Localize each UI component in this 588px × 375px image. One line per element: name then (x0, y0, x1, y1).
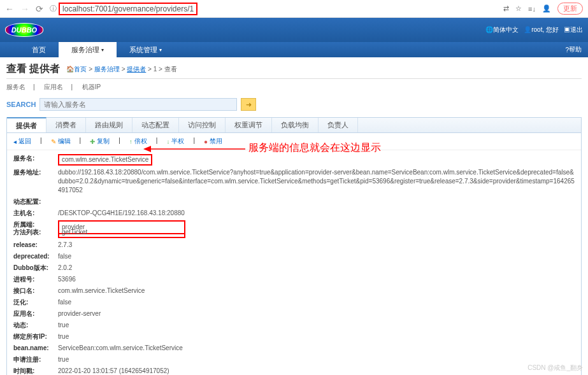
url-text: localhost:7001/governance/providers/1 (59, 3, 197, 15)
nav-system[interactable]: 系统管理▾ (117, 42, 175, 57)
star-icon[interactable]: ☆ (515, 4, 522, 13)
filter-app[interactable]: 应用名 (44, 83, 63, 90)
panel: 提供者 消费者 路由规则 动态配置 访问控制 权重调节 负载均衡 负责人 ◂返回… (6, 117, 582, 375)
reader-icon[interactable]: ≡↓ (528, 5, 536, 13)
tab-weight[interactable]: 权重调节 (226, 118, 272, 132)
annotation-text: 服务端的信息就会在这边显示 (248, 141, 381, 155)
browser-bar: ← → ⟳ ⓘ localhost:7001/governance/provid… (0, 0, 588, 18)
translate-icon[interactable]: ⇄ (503, 4, 509, 13)
search-input[interactable] (39, 98, 237, 111)
tab-consumer[interactable]: 消费者 (47, 118, 86, 132)
nav-service[interactable]: 服务治理▾ (59, 42, 117, 57)
search-row: SEARCH ➜ (6, 96, 582, 117)
action-edit[interactable]: ✎编辑 (51, 137, 71, 146)
chevron-down-icon: ▾ (159, 47, 162, 53)
val-interface: com.wlm.service.TicketService (58, 287, 575, 295)
val-app: provider-server (58, 309, 575, 318)
val-bindip: true (58, 332, 575, 341)
lang-switch[interactable]: 🌐简体中文 (485, 25, 519, 34)
lbl-service: 服务名: (13, 154, 58, 166)
val-dynamic: true (58, 321, 575, 330)
crumb-id: 1 (154, 66, 157, 73)
tab-route[interactable]: 路由规则 (86, 118, 133, 132)
val-time: 2022-01-20 13:01:57 (1642654917052) (58, 367, 575, 375)
back-icon[interactable]: ← (5, 4, 14, 14)
lbl-dyncfg: 动态配置: (13, 197, 58, 206)
lbl-pid: 进程号: (13, 275, 58, 284)
lbl-generic: 泛化: (13, 298, 58, 307)
forward-icon[interactable]: → (20, 4, 29, 14)
crumb-prov[interactable]: 提供者 (127, 66, 146, 73)
lbl-bean: bean.name: (13, 344, 58, 353)
lbl-release: release: (13, 241, 58, 250)
page-header: 查看 提供者 🏠首页 > 服务治理 > 提供者 > 1 > 查看 (6, 57, 582, 79)
filter-ip[interactable]: 机器IP (82, 83, 101, 90)
search-label: SEARCH (6, 101, 36, 108)
crumb-view: 查看 (164, 66, 177, 73)
lbl-register: 申请注册: (13, 355, 58, 364)
filter-row: 服务名| 应用名| 机器IP (6, 79, 582, 96)
val-bean: ServiceBean:com.wlm.service.TicketServic… (58, 344, 575, 353)
lbl-bindip: 绑定所有IP: (13, 332, 58, 341)
tabs: 提供者 消费者 路由规则 动态配置 访问控制 权重调节 负载均衡 负责人 (7, 118, 581, 133)
url-bar[interactable]: ⓘ localhost:7001/governance/providers/1 (50, 3, 497, 15)
top-banner: DUBBO 🌐简体中文 👤root, 您好 ▣退出 (0, 18, 588, 42)
chevron-down-icon: ▾ (101, 47, 104, 53)
lbl-app: 应用名: (13, 309, 58, 318)
nav-home[interactable]: 首页 (19, 42, 59, 57)
val-release: 2.7.3 (58, 241, 575, 250)
lbl-url: 服务地址: (13, 168, 58, 195)
lbl-interface: 接口名: (13, 287, 58, 295)
tab-balance[interactable]: 负载均衡 (272, 118, 319, 132)
lbl-methods: 方法列表: (13, 228, 58, 238)
action-copy[interactable]: ✚复制 (90, 137, 110, 146)
profile-icon[interactable]: 👤 (542, 4, 551, 13)
val-methods: getTicket (58, 228, 185, 238)
logo[interactable]: DUBBO (5, 23, 43, 37)
nav-bar: 首页 服务治理▾ 系统管理▾ ?帮助 (0, 42, 588, 57)
tab-access[interactable]: 访问控制 (179, 118, 226, 132)
lbl-dubbo: Dubbo版本: (13, 264, 58, 272)
val-dyncfg (58, 197, 575, 206)
lbl-deprecated: deprecated: (13, 252, 58, 261)
val-register: true (58, 355, 575, 364)
user-greeting: 👤root, 您好 (524, 25, 559, 34)
val-host: /DESKTOP-QCG4H1E/192.168.43.18:20880 (58, 209, 575, 218)
val-url: dubbo://192.168.43.18:20880/com.wlm.serv… (58, 168, 575, 195)
tab-provider[interactable]: 提供者 (7, 117, 47, 132)
crumb-home[interactable]: 首页 (74, 66, 87, 73)
svg-marker-1 (143, 146, 151, 152)
action-back[interactable]: ◂返回 (13, 137, 31, 146)
page-title: 查看 提供者 (6, 62, 60, 76)
browser-right-icons: ⇄ ☆ ≡↓ 👤 更新 (503, 3, 583, 15)
crumb-gov[interactable]: 服务治理 (94, 66, 120, 73)
search-button[interactable]: ➜ (241, 98, 256, 111)
lbl-time: 时间戳: (13, 367, 58, 375)
nav-help[interactable]: ?帮助 (565, 42, 588, 57)
val-dubbo: 2.0.2 (58, 264, 575, 272)
logout-link[interactable]: ▣退出 (564, 25, 583, 34)
lbl-dynamic: 动态: (13, 321, 58, 330)
lbl-host: 主机名: (13, 209, 58, 218)
reload-icon[interactable]: ⟳ (36, 4, 43, 14)
val-deprecated: false (58, 252, 575, 261)
val-service: com.wlm.service.TicketService (58, 154, 152, 166)
tab-owner[interactable]: 负责人 (319, 118, 358, 132)
val-pid: 53696 (58, 275, 575, 284)
breadcrumb: 🏠首页 > 服务治理 > 提供者 > 1 > 查看 (66, 65, 176, 74)
val-generic: false (58, 298, 575, 307)
filter-service[interactable]: 服务名 (6, 83, 25, 90)
watermark: CSDN @咸鱼_翻身 (527, 364, 583, 372)
update-button[interactable]: 更新 (557, 3, 583, 15)
annotation-arrow (143, 144, 245, 154)
tab-dyncfg[interactable]: 动态配置 (133, 118, 179, 132)
detail-table: 服务名:com.wlm.service.TicketService 服务地址:d… (7, 150, 581, 375)
